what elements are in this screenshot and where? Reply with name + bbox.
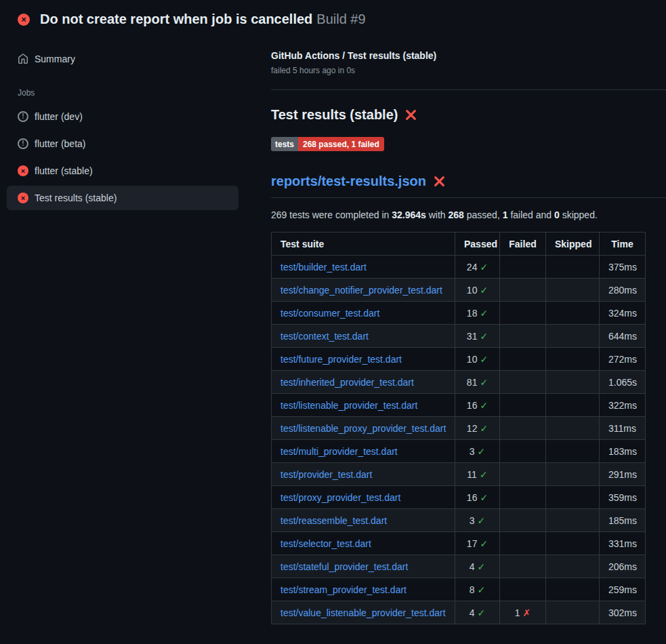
skipped-cell bbox=[546, 509, 600, 532]
sidebar-item-flutter-stable[interactable]: ×flutter (stable) bbox=[7, 159, 238, 183]
failed-cell bbox=[500, 302, 546, 325]
time-cell: 331ms bbox=[600, 532, 646, 555]
time-cell: 272ms bbox=[600, 348, 646, 371]
summary-failed-count: 1 bbox=[503, 209, 508, 220]
section-title: Test results (stable) bbox=[271, 107, 666, 123]
check-icon: ✓ bbox=[478, 446, 486, 457]
summary-duration: 32.964s bbox=[392, 209, 426, 220]
skipped-cell bbox=[546, 394, 600, 417]
failed-cell-value: 1 bbox=[515, 607, 520, 618]
time-cell: 322ms bbox=[600, 394, 646, 417]
time-cell: 291ms bbox=[600, 463, 646, 486]
time-cell: 311ms bbox=[600, 417, 646, 440]
test-suite-link[interactable]: test/stream_provider_test.dart bbox=[280, 584, 407, 595]
failed-cell bbox=[500, 578, 546, 601]
check-icon: ✓ bbox=[480, 331, 488, 342]
sidebar-item-flutter-beta[interactable]: !flutter (beta) bbox=[7, 132, 238, 156]
table-row: test/listenable_provider_test.dart16✓322… bbox=[272, 394, 646, 417]
passed-cell-value: 10 bbox=[467, 285, 478, 296]
build-number: Build #9 bbox=[316, 12, 365, 26]
test-suite-link[interactable]: test/multi_provider_test.dart bbox=[280, 446, 398, 457]
job-label: Test results (stable) bbox=[35, 193, 117, 203]
passed-cell-value: 8 bbox=[470, 584, 475, 595]
sidebar-item-test-results-stable[interactable]: ×Test results (stable) bbox=[7, 186, 238, 210]
failed-cell bbox=[500, 555, 546, 578]
layout: Summary Jobs !flutter (dev)!flutter (bet… bbox=[0, 33, 666, 624]
time-cell: 644ms bbox=[600, 325, 646, 348]
passed-cell: 81✓ bbox=[455, 371, 500, 394]
skipped-cell bbox=[546, 532, 600, 555]
column-header-passed: Passed bbox=[455, 233, 500, 256]
tests-badge: tests 268 passed, 1 failed bbox=[271, 137, 384, 151]
table-header-row: Test suite Passed Failed Skipped Time bbox=[272, 233, 646, 256]
summary-text: with bbox=[426, 209, 449, 220]
time-cell: 1.065s bbox=[600, 371, 646, 394]
check-icon: ✓ bbox=[478, 515, 486, 526]
job-label: flutter (stable) bbox=[35, 165, 93, 176]
table-row: test/context_test.dart31✓644ms bbox=[272, 325, 646, 348]
skipped-cell bbox=[546, 256, 600, 279]
test-suite-cell: test/stream_provider_test.dart bbox=[272, 578, 455, 601]
test-suite-cell: test/value_listenable_provider_test.dart bbox=[272, 601, 455, 624]
sidebar-item-summary[interactable]: Summary bbox=[7, 47, 238, 71]
summary-line: 269 tests were completed in 32.964s with… bbox=[271, 209, 666, 220]
passed-cell-value: 81 bbox=[467, 377, 478, 388]
test-suite-link[interactable]: test/proxy_provider_test.dart bbox=[280, 492, 400, 503]
passed-cell: 10✓ bbox=[455, 279, 500, 302]
status-line: failed 5 hours ago in 0s bbox=[271, 66, 666, 75]
passed-cell: 24✓ bbox=[455, 256, 500, 279]
jobs-list: !flutter (dev)!flutter (beta)×flutter (s… bbox=[7, 104, 238, 210]
test-suite-cell: test/stateful_provider_test.dart bbox=[272, 555, 455, 578]
skipped-cell bbox=[546, 302, 600, 325]
test-suite-link[interactable]: test/reassemble_test.dart bbox=[280, 515, 387, 526]
skipped-cell bbox=[546, 440, 600, 463]
passed-cell: 31✓ bbox=[455, 325, 500, 348]
time-cell: 324ms bbox=[600, 302, 646, 325]
failed-circle-icon: × bbox=[18, 14, 30, 26]
test-suite-link[interactable]: test/selector_test.dart bbox=[280, 538, 371, 549]
skipped-cell bbox=[546, 486, 600, 509]
skipped-cell bbox=[546, 463, 600, 486]
failed-cell bbox=[500, 348, 546, 371]
report-link[interactable]: reports/test-results.json bbox=[271, 174, 426, 189]
passed-cell: 12✓ bbox=[455, 417, 500, 440]
failed-cell bbox=[500, 394, 546, 417]
time-cell: 302ms bbox=[600, 601, 646, 624]
check-icon: ✓ bbox=[480, 308, 488, 319]
time-cell: 280ms bbox=[600, 279, 646, 302]
test-suite-cell: test/multi_provider_test.dart bbox=[272, 440, 455, 463]
check-icon: ✓ bbox=[478, 561, 486, 572]
sidebar-item-flutter-dev[interactable]: !flutter (dev) bbox=[7, 104, 238, 129]
passed-cell: 4✓ bbox=[455, 601, 500, 624]
results-table: Test suite Passed Failed Skipped Time te… bbox=[271, 232, 646, 624]
test-suite-link[interactable]: test/listenable_provider_test.dart bbox=[280, 400, 417, 411]
test-suite-link[interactable]: test/context_test.dart bbox=[280, 331, 369, 342]
check-icon: ✓ bbox=[480, 492, 488, 503]
test-suite-link[interactable]: test/inherited_provider_test.dart bbox=[280, 377, 414, 388]
test-suite-link[interactable]: test/consumer_test.dart bbox=[280, 308, 379, 319]
test-suite-link[interactable]: test/listenable_proxy_provider_test.dart bbox=[280, 423, 446, 434]
test-suite-link[interactable]: test/value_listenable_provider_test.dart bbox=[280, 607, 446, 618]
test-suite-cell: test/change_notifier_provider_test.dart bbox=[272, 279, 455, 302]
test-suite-link[interactable]: test/change_notifier_provider_test.dart bbox=[280, 285, 442, 296]
passed-cell-value: 24 bbox=[467, 262, 478, 273]
time-cell: 359ms bbox=[600, 486, 646, 509]
skipped-cell bbox=[546, 417, 600, 440]
test-suite-cell: test/selector_test.dart bbox=[272, 532, 455, 555]
test-suite-link[interactable]: test/builder_test.dart bbox=[280, 262, 367, 273]
passed-cell-value: 11 bbox=[467, 469, 477, 480]
check-icon: ✓ bbox=[480, 285, 488, 296]
test-suite-link[interactable]: test/provider_test.dart bbox=[280, 469, 372, 480]
failed-cell bbox=[500, 463, 546, 486]
summary-passed-count: 268 bbox=[449, 209, 464, 220]
passed-cell-value: 16 bbox=[467, 400, 478, 411]
test-suite-link[interactable]: test/future_provider_test.dart bbox=[280, 354, 402, 365]
test-suite-cell: test/builder_test.dart bbox=[272, 256, 455, 279]
header: × Do not create report when job is cance… bbox=[0, 0, 666, 33]
home-icon bbox=[18, 54, 28, 64]
jobs-section-label: Jobs bbox=[18, 88, 238, 98]
test-suite-link[interactable]: test/stateful_provider_test.dart bbox=[280, 561, 408, 572]
time-cell: 183ms bbox=[600, 440, 646, 463]
summary-label: Summary bbox=[35, 54, 75, 64]
test-suite-cell: test/consumer_test.dart bbox=[272, 302, 455, 325]
